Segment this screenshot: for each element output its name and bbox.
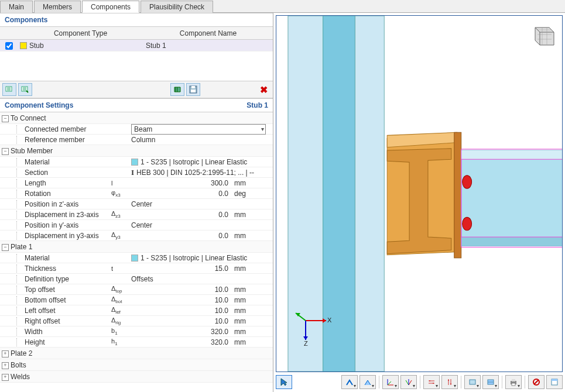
svg-point-13	[463, 217, 472, 230]
svg-rect-40	[552, 379, 557, 381]
prop-symbol: Δbot	[111, 295, 131, 304]
collapse-icon[interactable]: −	[2, 115, 9, 122]
dim-button-2[interactable]	[441, 375, 458, 389]
prop-value[interactable]: 10.0	[131, 307, 231, 315]
prop-label: Width	[11, 328, 111, 336]
prop-value[interactable]: 320.0	[131, 328, 231, 336]
prop-value[interactable]: 0.0	[131, 190, 231, 198]
collapse-icon[interactable]: −	[2, 244, 9, 251]
display-button-1[interactable]	[464, 375, 481, 389]
prop-symbol: l	[111, 180, 131, 187]
prop-value[interactable]: 10.0	[131, 317, 231, 325]
prop-value[interactable]: 300.0	[131, 179, 231, 187]
property-row[interactable]: Definition typeOffsets	[0, 274, 273, 284]
prop-value[interactable]: 0.0	[131, 211, 231, 219]
property-row[interactable]: Position in y'-axisCenter	[0, 220, 273, 231]
tab-plausibility-check[interactable]: Plausibility Check	[141, 1, 213, 13]
category-row[interactable]: +Plate 2	[0, 348, 273, 359]
dim-button-1[interactable]	[423, 375, 440, 389]
property-row[interactable]: Top offsetΔtop10.0mm	[0, 284, 273, 295]
category-row[interactable]: −Plate 1	[0, 241, 273, 253]
svg-line-25	[409, 380, 412, 385]
prop-value[interactable]: 10.0	[131, 286, 231, 294]
select-connected-member[interactable]: Beam▾	[131, 124, 266, 135]
row-checkbox[interactable]	[5, 42, 13, 50]
expand-icon[interactable]: +	[2, 362, 9, 369]
prop-symbol: Δlef	[111, 306, 131, 315]
svg-point-30	[448, 380, 449, 381]
view-mode-2[interactable]	[359, 375, 376, 389]
axes-button-2[interactable]	[400, 375, 417, 389]
tab-members[interactable]: Members	[34, 1, 81, 13]
prop-symbol: b1	[111, 327, 131, 336]
prop-value[interactable]: 10.0	[131, 296, 231, 304]
tab-components[interactable]: Components	[82, 1, 139, 13]
collapse-icon[interactable]: −	[2, 148, 9, 155]
prop-symbol: Δtop	[111, 285, 131, 294]
components-title: Components	[5, 16, 47, 24]
property-row[interactable]: Reference memberColumn	[0, 135, 273, 145]
chevron-down-icon: ▾	[261, 126, 264, 132]
property-row[interactable]: Connected memberBeam▾	[0, 124, 273, 135]
save-button[interactable]	[186, 83, 200, 96]
svg-point-12	[463, 176, 472, 188]
property-row[interactable]: Lengthl300.0mm	[0, 178, 273, 188]
prop-label: Rotation	[11, 190, 111, 198]
close-view-button[interactable]	[528, 375, 545, 389]
settings-panel-header: Component Settings Stub 1	[0, 98, 273, 112]
prop-value[interactable]: 15.0	[131, 264, 231, 273]
select-tool[interactable]	[276, 375, 292, 389]
svg-rect-35	[512, 379, 515, 381]
delete-button[interactable]: ✖	[256, 83, 270, 96]
category-row[interactable]: −To Connect	[0, 112, 273, 124]
property-row[interactable]: Widthb1320.0mm	[0, 326, 273, 337]
svg-text:Z: Z	[304, 340, 308, 347]
prop-label: Displacement in z3-axis	[11, 211, 111, 219]
axes-button-1[interactable]	[382, 375, 399, 389]
category-row[interactable]: −Stub Member	[0, 145, 273, 157]
prop-unit: mm	[231, 264, 273, 273]
components-grid-header: Component Type Component Name	[0, 27, 273, 40]
category-label: Plate 2	[11, 349, 273, 357]
svg-line-38	[534, 380, 539, 384]
category-label: Plate 1	[11, 243, 273, 251]
view-cube[interactable]	[528, 22, 556, 50]
property-row[interactable]: Displacement in z3-axisΔz30.0mm	[0, 209, 273, 220]
print-button[interactable]	[505, 375, 522, 389]
property-row[interactable]: Heighth1320.0mm	[0, 337, 273, 348]
prop-value[interactable]: 0.0	[131, 232, 231, 240]
viewport-3d[interactable]: X Z	[276, 15, 563, 372]
property-row[interactable]: Position in z'-axisCenter	[0, 199, 273, 209]
expand-icon[interactable]: +	[2, 374, 9, 381]
new-window-button[interactable]	[546, 375, 563, 389]
view-mode-1[interactable]	[341, 375, 358, 389]
prop-label: Position in y'-axis	[11, 221, 111, 229]
prop-label: Section	[11, 169, 111, 177]
property-row[interactable]: Thicknesst15.0mm	[0, 263, 273, 274]
category-label: Welds	[11, 373, 273, 381]
list-button-1[interactable]	[2, 83, 16, 96]
prop-value[interactable]: 320.0	[131, 338, 231, 346]
svg-point-28	[429, 380, 430, 381]
list-button-2[interactable]	[18, 83, 32, 96]
prop-unit: mm	[231, 296, 273, 304]
prop-symbol: Δrig	[111, 317, 131, 325]
prop-value: Column	[131, 136, 273, 144]
property-row[interactable]: Rotationφx30.0deg	[0, 188, 273, 199]
expand-icon[interactable]: +	[2, 350, 9, 357]
property-row[interactable]: Right offsetΔrig10.0mm	[0, 316, 273, 326]
col-component-type: Component Type	[18, 29, 143, 37]
display-button-2[interactable]	[482, 375, 499, 389]
property-row[interactable]: Material1 - S235 | Isotropic | Linear El…	[0, 157, 273, 167]
property-row[interactable]: Bottom offsetΔbot10.0mm	[0, 295, 273, 305]
library-button[interactable]	[170, 83, 184, 96]
property-row[interactable]: Left offsetΔlef10.0mm	[0, 305, 273, 316]
tab-main[interactable]: Main	[0, 1, 33, 13]
category-row[interactable]: +Bolts	[0, 359, 273, 371]
property-row[interactable]: Displacement in y3-axisΔy30.0mm	[0, 231, 273, 241]
prop-unit: mm	[231, 211, 273, 219]
table-row[interactable]: Stub Stub 1	[0, 40, 273, 51]
property-row[interactable]: SectionIHEB 300 | DIN 1025-2:1995-11; ..…	[0, 167, 273, 178]
property-row[interactable]: Material1 - S235 | Isotropic | Linear El…	[0, 253, 273, 263]
category-row[interactable]: +Welds	[0, 371, 273, 383]
